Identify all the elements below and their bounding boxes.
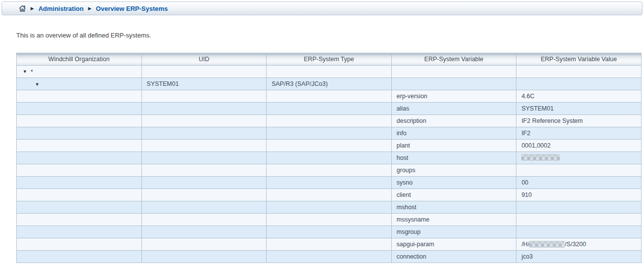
chevron-right-icon: ▶ [88, 6, 92, 11]
uid-cell [141, 66, 267, 78]
variable-value: SYSTEM01 [521, 105, 553, 112]
uid-cell [141, 177, 267, 189]
variable-value [521, 154, 560, 161]
uid-value: SYSTEM01 [147, 80, 179, 87]
erp-system-type-cell [267, 152, 392, 164]
org-label: * [31, 68, 33, 75]
erp-system-type-cell: SAP/R3 (SAP/JCo3) [267, 78, 392, 90]
variable-name: connection [397, 253, 426, 260]
value-text: IF2 [521, 130, 530, 137]
erp-system-variable-value-cell: 00 [516, 177, 642, 189]
uid-cell [141, 140, 267, 152]
table-body: ▼*▼SYSTEM01SAP/R3 (SAP/JCo3)erp-version4… [17, 66, 642, 263]
erp-system-type-cell [267, 214, 392, 226]
erp-system-type-cell [267, 140, 392, 152]
column-header-erp-system-variable-value: ERP-System Variable Value [516, 53, 642, 66]
uid-cell: SYSTEM01 [141, 78, 267, 90]
home-icon[interactable] [19, 5, 26, 12]
variable-name: alias [397, 105, 409, 112]
uid-cell [141, 164, 267, 177]
erp-system-type-cell [267, 127, 392, 140]
value-text: 00 [521, 179, 528, 186]
erp-system-variable-cell: connection [391, 251, 516, 263]
table-row: descriptionIF2 Reference System [17, 115, 642, 127]
uid-cell [141, 201, 267, 214]
org-cell [17, 238, 142, 251]
breadcrumb: ▶ Administration ▶ Overview ERP-Systems [1, 1, 643, 15]
org-cell [17, 115, 142, 127]
variable-name: client [397, 191, 411, 198]
uid-cell [141, 115, 267, 127]
erp-system-variable-cell: info [391, 127, 516, 140]
erp-system-variable-value-cell [516, 164, 642, 177]
value-text: 910 [521, 191, 532, 198]
uid-cell [141, 251, 267, 263]
erp-system-type-cell [267, 226, 392, 238]
breadcrumb-link-administration[interactable]: Administration [38, 5, 84, 12]
chevron-right-icon: ▶ [31, 6, 34, 11]
table-header-row: Windchill Organization UID ERP-System Ty… [17, 53, 642, 66]
variable-name: description [397, 117, 426, 124]
erp-system-type-cell [267, 251, 392, 263]
value-text: jco3 [521, 253, 533, 260]
uid-cell [141, 189, 267, 201]
variable-value: 4.6C [521, 93, 534, 100]
erp-system-variable-value-cell: jco3 [516, 251, 642, 263]
variable-value: IF2 Reference System [521, 117, 582, 124]
uid-cell [141, 127, 267, 140]
uid-cell [141, 226, 267, 238]
table-row: client910 [17, 189, 642, 201]
value-text: /H/ [521, 241, 529, 248]
erp-system-variable-value-cell [516, 214, 642, 226]
value-text: 4.6C [521, 93, 534, 100]
erp-system-variable-cell: groups [391, 164, 516, 177]
erp-system-variable-cell: description [391, 115, 516, 127]
uid-cell [141, 103, 267, 115]
erp-system-variable-cell: mssysname [391, 214, 516, 226]
variable-name: msgroup [397, 228, 421, 235]
variable-name: mssysname [397, 216, 430, 223]
variable-name: sapgui-param [397, 241, 434, 248]
expand-collapse-arrow[interactable]: ▼ [23, 70, 27, 74]
org-cell [17, 90, 142, 103]
variable-name: erp-version [397, 93, 428, 100]
table-row: infoIF2 [17, 127, 642, 140]
erp-system-variable-value-cell: /H//S/3200 [516, 238, 642, 251]
value-text: IF2 Reference System [521, 117, 582, 124]
expand-collapse-arrow[interactable]: ▼ [35, 82, 39, 87]
erp-system-variable-cell: client [391, 189, 516, 201]
breadcrumb-link-overview-erp-systems[interactable]: Overview ERP-Systems [96, 5, 168, 12]
org-cell: ▼ [17, 78, 142, 90]
column-header-uid: UID [141, 53, 267, 66]
table-row: mshost [17, 201, 642, 214]
erp-system-variable-value-cell [516, 201, 642, 214]
variable-value: 0001,0002 [521, 142, 550, 149]
table-row: plant0001,0002 [17, 140, 642, 152]
table-row: ▼SYSTEM01SAP/R3 (SAP/JCo3) [17, 78, 642, 90]
erp-system-type-cell [267, 189, 392, 201]
erp-system-variable-value-cell [516, 152, 642, 164]
erp-system-type-cell [267, 90, 392, 103]
table-row: groups [17, 164, 642, 177]
erp-system-variable-cell: msgroup [391, 226, 516, 238]
org-cell [17, 164, 142, 177]
org-cell [17, 251, 142, 263]
erp-systems-table: Windchill Organization UID ERP-System Ty… [16, 53, 642, 263]
erp-system-variable-value-cell: 0001,0002 [516, 140, 642, 152]
erp-system-variable-value-cell: SYSTEM01 [516, 103, 642, 115]
org-cell [17, 177, 142, 189]
erp-system-variable-cell: sysno [391, 177, 516, 189]
table-row: ▼* [17, 66, 642, 78]
org-cell [17, 214, 142, 226]
erp-system-variable-cell: sapgui-param [391, 238, 516, 251]
erp-system-variable-value-cell: IF2 [516, 127, 642, 140]
erp-system-type-cell [267, 66, 392, 78]
erp-system-variable-cell: plant [391, 140, 516, 152]
erp-system-variable-cell [391, 78, 516, 90]
column-header-windchill-organization: Windchill Organization [17, 53, 142, 66]
column-header-erp-system-variable: ERP-System Variable [391, 53, 516, 66]
redacted-value [529, 241, 565, 248]
erp-system-variable-cell: alias [391, 103, 516, 115]
table-row: msgroup [17, 226, 642, 238]
table-row: erp-version4.6C [17, 90, 642, 103]
